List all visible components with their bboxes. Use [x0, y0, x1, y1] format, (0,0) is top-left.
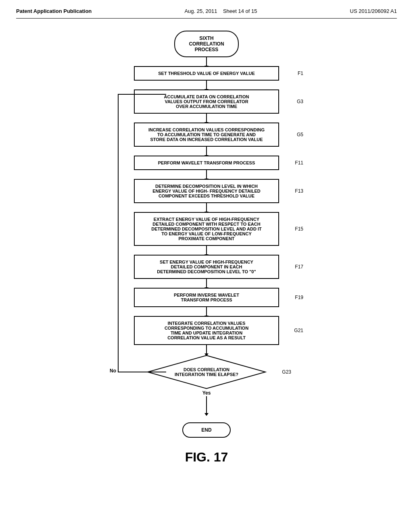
branch-container: Yes No: [106, 390, 307, 422]
label-f19: F19: [295, 295, 303, 300]
no-vertical-line: [118, 94, 119, 372]
header-date: Aug. 25, 2011: [184, 8, 217, 14]
header-right: US 2011/206092 A1: [350, 8, 397, 14]
end-node-row: END: [16, 422, 397, 438]
end-node: END: [182, 422, 231, 438]
page-header: Patent Application Publication Aug. 25, …: [16, 8, 397, 19]
arrow-7: [206, 246, 207, 255]
step-f11-row: PERFORM WAVELET TRANSFORM PROCESS F11: [134, 156, 279, 170]
step-f17-row: SET ENERGY VALUE OF HIGH-FREQUENCY DETAI…: [134, 255, 279, 279]
step-g21-row: INTEGRATE CORRELATION VALUES CORRESPONDI…: [134, 316, 279, 345]
yes-arrow-line: [206, 396, 207, 414]
step-f19-row: PERFORM INVERSE WAVELET TRANSFORM PROCES…: [134, 288, 279, 307]
label-f1: F1: [298, 71, 303, 76]
fig-title: FIG. 17: [185, 450, 228, 465]
arrow-2: [206, 81, 207, 89]
start-node-row: SIXTHCORRELATIONPROCESS: [16, 31, 397, 57]
arrow-10: [206, 345, 207, 354]
no-label: No: [110, 368, 116, 374]
label-f11: F11: [295, 160, 303, 166]
diamond-text-g23: DOES CORRELATIONINTEGRATION TIME ELAPSE?: [163, 367, 250, 377]
arrow-8: [206, 279, 207, 288]
label-f17: F17: [295, 264, 303, 270]
step-g21: INTEGRATE CORRELATION VALUES CORRESPONDI…: [134, 316, 279, 345]
label-f15: F15: [295, 226, 303, 232]
step-f1-row: SET THRESHOLD VALUE OF ENERGY VALUE F1: [134, 66, 279, 81]
step-g23-diamond: DOES CORRELATIONINTEGRATION TIME ELAPSE?: [146, 354, 267, 390]
label-g5: G5: [297, 132, 303, 137]
arrow-1: [206, 57, 207, 66]
header-center: Aug. 25, 2011 Sheet 14 of 15: [184, 8, 257, 14]
step-f13-row: DETERMINE DECOMPOSITION LEVEL IN WHICH E…: [134, 179, 279, 203]
step-f11: PERFORM WAVELET TRANSFORM PROCESS: [134, 156, 279, 170]
arrow-5: [206, 170, 207, 179]
no-horizontal-line: [118, 372, 166, 372]
step-f13: DETERMINE DECOMPOSITION LEVEL IN WHICH E…: [134, 179, 279, 203]
no-top-line: [118, 94, 166, 95]
step-g5-row: INCREASE CORRELATION VALUES CORRESPONDIN…: [134, 123, 279, 147]
flowchart: SIXTHCORRELATIONPROCESS SET THRESHOLD VA…: [16, 31, 397, 465]
page: Patent Application Publication Aug. 25, …: [0, 0, 413, 532]
yes-arrowhead: [204, 413, 209, 416]
step-f19: PERFORM INVERSE WAVELET TRANSFORM PROCES…: [134, 288, 279, 307]
step-g5: INCREASE CORRELATION VALUES CORRESPONDIN…: [134, 123, 279, 147]
step-g3-row: ACCUMULATE DATA ON CORRELATION VALUES OU…: [134, 89, 279, 114]
label-g23: G23: [282, 369, 291, 375]
step-f15: EXTRACT ENERGY VALUE OF HIGH-FREQUENCY D…: [134, 212, 279, 246]
step-f15-row: EXTRACT ENERGY VALUE OF HIGH-FREQUENCY D…: [134, 212, 279, 246]
header-sheet: Sheet 14 of 15: [223, 8, 257, 14]
step-f17: SET ENERGY VALUE OF HIGH-FREQUENCY DETAI…: [134, 255, 279, 279]
arrow-4: [206, 147, 207, 156]
step-g23-row: DOES CORRELATIONINTEGRATION TIME ELAPSE?…: [146, 354, 267, 390]
arrow-9: [206, 307, 207, 316]
start-node: SIXTHCORRELATIONPROCESS: [174, 31, 239, 57]
label-g21: G21: [294, 328, 303, 333]
step-g3: ACCUMULATE DATA ON CORRELATION VALUES OU…: [134, 89, 279, 114]
label-f13: F13: [295, 188, 303, 194]
label-g3: G3: [297, 99, 303, 104]
arrow-3: [206, 114, 207, 123]
step-f1: SET THRESHOLD VALUE OF ENERGY VALUE: [134, 66, 279, 81]
header-left: Patent Application Publication: [16, 8, 92, 14]
arrow-6: [206, 203, 207, 212]
yes-label: Yes: [202, 390, 211, 396]
